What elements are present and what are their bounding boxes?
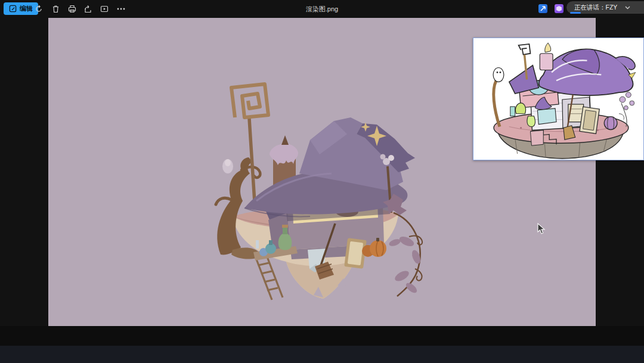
image-canvas[interactable] [48,18,596,326]
share-overlay-icon[interactable] [538,4,547,13]
edit-button-label: 编辑 [20,4,33,13]
screen: 编辑 渲染图.png 正在讲话：FZY [0,0,644,363]
rotate-button[interactable] [32,2,46,15]
share-button[interactable] [81,2,95,15]
reference-image-illustration [473,38,643,160]
more-options-button[interactable] [114,2,128,15]
app-titlebar: 编辑 渲染图.png 正在讲话：FZY [0,0,644,18]
reference-image-window[interactable] [473,38,644,160]
edit-pencil-icon [9,5,17,13]
mouse-cursor [537,223,546,235]
windows-taskbar: 2 8°C 焦越烽的屏幕共享 搜索 [0,346,644,363]
window-title: 渲染图.png [0,5,644,14]
slideshow-button[interactable] [97,2,112,15]
print-button[interactable] [65,2,79,15]
meeting-overlay-icon[interactable] [555,4,564,13]
speaking-chevron-icon[interactable] [620,4,634,12]
vine-branch [383,194,422,296]
speaking-activity-bar [570,12,581,14]
main-image-witch-house-render [197,64,431,301]
ladder [256,257,283,300]
speaking-label: 正在讲话：FZY [574,4,617,12]
photo-status-bar: 3840 x 2160 6.7 MB 你有很多的花纹之类的东西没有给它做出来 5… [0,326,644,346]
delete-button[interactable] [48,2,63,15]
